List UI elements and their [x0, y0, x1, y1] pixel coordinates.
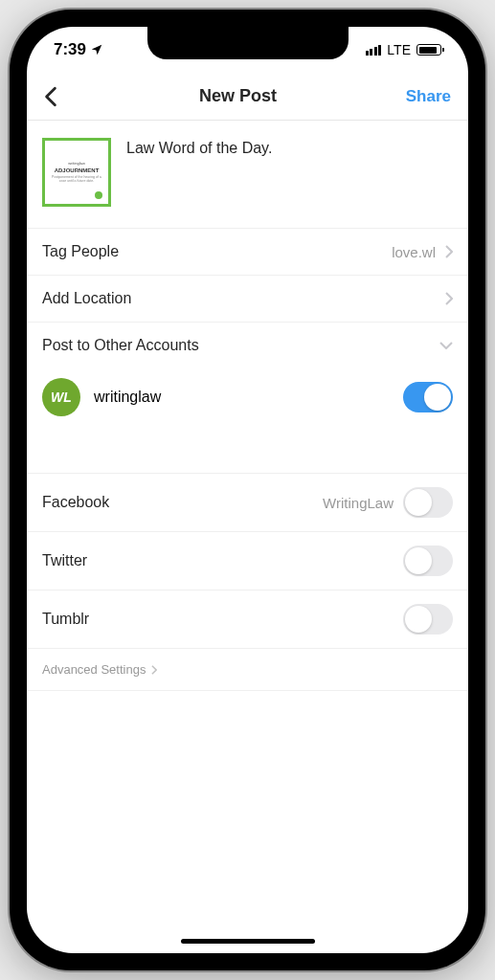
- tag-people-label: Tag People: [42, 243, 119, 260]
- caption-input[interactable]: Law Word of the Day.: [126, 138, 272, 157]
- share-button[interactable]: Share: [394, 87, 451, 106]
- share-tumblr-row: Tumblr: [27, 590, 468, 649]
- post-other-accounts-row[interactable]: Post to Other Accounts: [27, 323, 468, 368]
- account-toggle[interactable]: [403, 382, 453, 412]
- share-facebook-value: WritingLaw: [323, 495, 394, 511]
- chevron-right-icon: [151, 665, 157, 675]
- chevron-right-icon: [445, 292, 453, 305]
- share-facebook-row: Facebook WritingLaw: [27, 474, 468, 532]
- account-username: writinglaw: [94, 389, 161, 406]
- add-location-label: Add Location: [42, 290, 131, 307]
- signal-icon: [366, 45, 382, 56]
- share-twitter-row: Twitter: [27, 532, 468, 590]
- advanced-settings-row[interactable]: Advanced Settings: [27, 649, 468, 691]
- share-twitter-label: Twitter: [42, 552, 87, 569]
- twitter-toggle[interactable]: [403, 546, 453, 576]
- home-indicator[interactable]: [181, 939, 315, 944]
- location-arrow-icon: [90, 43, 103, 56]
- avatar: WL: [42, 378, 80, 416]
- chevron-left-icon: [44, 86, 57, 107]
- facebook-toggle[interactable]: [403, 487, 453, 518]
- status-time: 7:39: [54, 40, 86, 59]
- tumblr-toggle[interactable]: [403, 604, 453, 635]
- tag-people-value: love.wl: [392, 244, 436, 260]
- back-button[interactable]: [44, 86, 82, 107]
- account-row: WL writinglaw: [27, 368, 468, 432]
- add-location-row[interactable]: Add Location: [27, 276, 468, 323]
- battery-icon: [416, 44, 441, 56]
- post-thumbnail[interactable]: writinglaw ADJOURNMENT Postponement of t…: [42, 138, 111, 207]
- share-facebook-label: Facebook: [42, 494, 109, 511]
- post-other-accounts-label: Post to Other Accounts: [42, 337, 199, 354]
- navigation-bar: New Post Share: [27, 73, 468, 121]
- page-title: New Post: [199, 86, 277, 106]
- tag-people-row[interactable]: Tag People love.wl: [27, 229, 468, 276]
- chevron-right-icon: [445, 245, 453, 258]
- network-label: LTE: [387, 42, 411, 57]
- advanced-settings-label: Advanced Settings: [42, 662, 146, 677]
- caption-row: writinglaw ADJOURNMENT Postponement of t…: [27, 121, 468, 229]
- share-tumblr-label: Tumblr: [42, 611, 89, 628]
- chevron-down-icon: [439, 342, 453, 349]
